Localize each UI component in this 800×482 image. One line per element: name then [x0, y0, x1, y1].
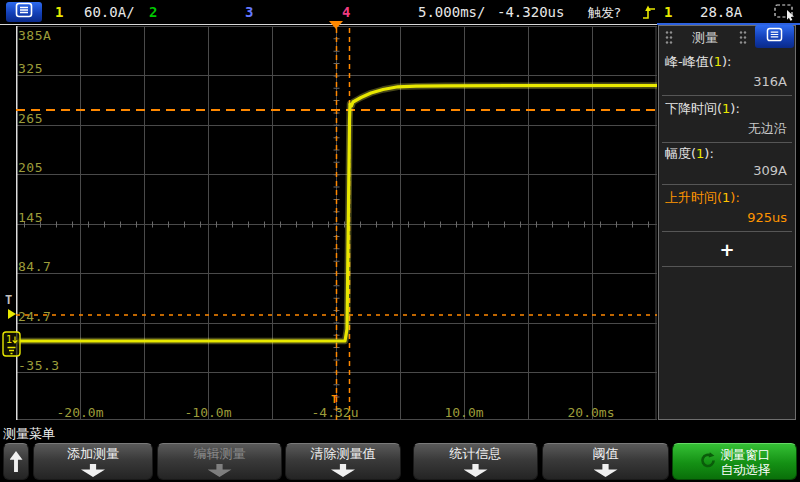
y-axis-label: 325 [18, 61, 43, 76]
down-arrow-icon [331, 464, 355, 477]
y-axis-label: 265 [18, 111, 43, 126]
trigger-source-badge: 1 [664, 4, 672, 20]
measurement-label: 幅度(1): [665, 145, 789, 162]
measurement-row-rise-time[interactable]: 上升时间(1): 925us [662, 185, 792, 232]
trigger-level-t-label: T [5, 293, 12, 307]
trigger-time-marker-icon[interactable] [329, 21, 343, 29]
measurement-row-peak-peak[interactable]: 峰-峰值(1): 316A [662, 49, 792, 96]
rising-edge-trigger-icon [642, 3, 656, 25]
channel-1-badge[interactable]: 1 [55, 4, 63, 20]
up-arrow-icon [10, 451, 23, 472]
measurement-value: 309A [665, 162, 789, 179]
softkey-edit-measurement: 编辑测量 [157, 443, 282, 480]
y-axis-label: 385A [18, 28, 51, 43]
channel-3-badge[interactable]: 3 [245, 4, 253, 20]
add-measurement-button[interactable]: + [662, 232, 792, 267]
measurement-panel-header[interactable]: 测量 [659, 26, 795, 49]
top-status-bar: 1 60.0A/ 2 3 4 5.000ms/ -4.320us 触发? 1 2… [0, 0, 800, 24]
softkey-thresholds[interactable]: 阈值 [542, 443, 669, 480]
softkey-add-measurement[interactable]: 添加测量 [33, 443, 153, 480]
channel-4-badge[interactable]: 4 [342, 4, 350, 20]
measurement-value: 无边沿 [665, 117, 789, 137]
softkey-menu-bar: 测量菜单 添加测量 编辑测量 清除测量值 统计信息 阈值 测量 [0, 422, 800, 482]
panel-menu-button[interactable] [755, 25, 794, 48]
hamburger-menu-icon [15, 2, 33, 22]
down-arrow-icon [464, 464, 488, 477]
main-menu-button[interactable] [6, 2, 42, 22]
measurement-label: 上升时间(1): [665, 189, 789, 206]
region-select-icon[interactable] [774, 4, 797, 25]
measurement-row-fall-time[interactable]: 下降时间(1): 无边沿 [662, 96, 792, 143]
channel-1-ground-marker-icon[interactable]: 1 [2, 331, 21, 361]
trigger-level-marker-icon[interactable] [8, 309, 16, 319]
oscilloscope-screen: 1 60.0A/ 2 3 4 5.000ms/ -4.320us 触发? 1 2… [0, 0, 800, 482]
waveform-display[interactable] [16, 26, 657, 420]
down-arrow-icon [81, 464, 105, 477]
x-axis-label: -4.32u [312, 405, 359, 420]
measurement-value: 925us [665, 206, 789, 226]
measurement-panel: 测量 峰-峰值(1): 316A 下降时间(1): 无边沿 幅度(1): 309… [658, 25, 796, 420]
channel-1-scale[interactable]: 60.0A/ [84, 4, 135, 20]
x-axis-label: -20.0m [57, 405, 104, 420]
back-button[interactable] [3, 443, 29, 480]
drag-handle-icon[interactable] [739, 30, 747, 49]
y-axis-label: 24.7 [18, 309, 51, 324]
svg-text:1: 1 [6, 334, 12, 345]
menu-title: 测量菜单 [3, 425, 55, 443]
panel-title: 测量 [659, 29, 751, 47]
hamburger-menu-icon [766, 27, 783, 46]
x-axis-label: 20.0ms [568, 405, 615, 420]
trigger-level-readout[interactable]: 28.8A [700, 4, 742, 20]
cycle-arrow-icon [699, 451, 717, 473]
measurement-label: 峰-峰值(1): [665, 53, 789, 70]
y-axis-label: 205 [18, 160, 43, 175]
softkey-measurement-window[interactable]: 测量窗口自动选择 [672, 443, 797, 480]
channel-2-badge[interactable]: 2 [149, 4, 157, 20]
measurement-row-amplitude[interactable]: 幅度(1): 309A [662, 143, 792, 185]
softkey-statistics[interactable]: 统计信息 [413, 443, 538, 480]
x-axis-label: -10.0m [185, 405, 232, 420]
y-axis-label: -35.3 [18, 358, 60, 373]
timebase-readout[interactable]: 5.000ms/ [418, 4, 485, 20]
softkey-clear-measurements[interactable]: 清除测量值 [285, 443, 401, 480]
y-axis-label: 84.7 [18, 259, 51, 274]
x-axis-label: 10.0m [444, 405, 483, 420]
down-arrow-icon [208, 464, 232, 477]
down-arrow-icon [594, 464, 618, 477]
measurement-value: 316A [665, 70, 789, 90]
y-axis-label: 145 [18, 210, 43, 225]
measurement-label: 下降时间(1): [665, 100, 789, 117]
delay-readout[interactable]: -4.320us [497, 4, 564, 20]
trigger-time-t-label: T [331, 393, 338, 406]
trigger-status-label: 触发? [588, 4, 621, 22]
